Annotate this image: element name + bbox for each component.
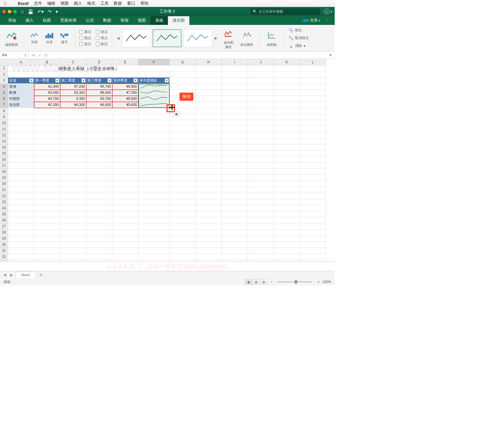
col-header-K[interactable]: K: [274, 59, 300, 65]
row-header-9[interactable]: 9: [0, 114, 8, 120]
col-header-J[interactable]: J: [248, 59, 274, 65]
sparkline-line-button[interactable]: 折线: [28, 32, 41, 44]
toolbar-overflow-icon[interactable]: ▾: [56, 9, 58, 14]
ribbon-collapse-icon[interactable]: ˆ: [324, 17, 331, 25]
table-header[interactable]: 第四季度▼: [112, 78, 138, 84]
chk-first[interactable]: 首点: [96, 30, 108, 34]
tab-view[interactable]: 视图: [133, 16, 151, 25]
row-header-20[interactable]: 20: [0, 181, 8, 187]
undo-icon[interactable]: ↶▾: [38, 9, 44, 14]
spreadsheet-grid[interactable]: ABCDEFGHIJKL 123456789101112131415161718…: [0, 59, 335, 262]
formula-expand-icon[interactable]: ▼: [326, 53, 335, 57]
zoom-level[interactable]: 100%: [322, 280, 331, 284]
row-header-3[interactable]: 3: [0, 78, 8, 84]
sparkline-cell[interactable]: [138, 90, 170, 96]
filter-icon[interactable]: ▼: [133, 78, 138, 82]
tab-home[interactable]: 开始: [3, 16, 21, 25]
row-header-28[interactable]: 28: [0, 229, 8, 236]
col-header-L[interactable]: L: [300, 59, 326, 65]
row-header-14[interactable]: 14: [0, 144, 8, 150]
user-account-icon[interactable]: ☺: [324, 9, 330, 14]
redo-icon[interactable]: ↷: [48, 9, 52, 14]
user-dropdown-icon[interactable]: ▾: [331, 10, 332, 13]
filter-icon[interactable]: ▼: [29, 78, 33, 82]
data-cell[interactable]: 9,300: [60, 96, 86, 102]
menu-window[interactable]: 窗口: [127, 1, 135, 6]
tab-review[interactable]: 审阅: [116, 16, 133, 25]
view-break-icon[interactable]: ▤: [260, 279, 267, 284]
row-header-24[interactable]: 24: [0, 205, 8, 211]
row-header-30[interactable]: 30: [0, 242, 8, 248]
add-sheet-button[interactable]: +: [38, 272, 44, 278]
table-header[interactable]: 区域▼: [8, 78, 34, 84]
sparkline-cell[interactable]: [138, 102, 170, 108]
zoom-slider[interactable]: [277, 281, 312, 282]
menu-insert[interactable]: 插入: [74, 1, 82, 6]
fx-icon[interactable]: fx: [45, 53, 47, 58]
row-header-7[interactable]: 7: [0, 102, 8, 108]
filter-icon[interactable]: ▼: [165, 78, 169, 82]
row-header-32[interactable]: 32: [0, 254, 8, 260]
sheet-nav-prev-icon[interactable]: ◀: [2, 273, 7, 277]
row-header-16[interactable]: 16: [0, 157, 8, 163]
data-cell[interactable]: ¥9,400: [86, 90, 112, 96]
row-header-29[interactable]: 29: [0, 236, 8, 242]
tab-sparkline[interactable]: 迷你图: [168, 16, 189, 25]
data-cell[interactable]: ¥5,600: [112, 102, 138, 108]
menu-view[interactable]: 视图: [61, 1, 69, 6]
zoom-in-button[interactable]: +: [317, 280, 319, 284]
row-header-5[interactable]: 5: [0, 90, 8, 96]
table-header[interactable]: 第一季度▼: [34, 78, 60, 84]
chk-high[interactable]: 高点: [79, 30, 91, 34]
close-button[interactable]: [2, 10, 6, 13]
row-header-17[interactable]: 17: [0, 163, 8, 169]
region-cell[interactable]: 亚洲: [8, 84, 34, 90]
data-cell[interactable]: ¥2,300: [34, 102, 60, 108]
menu-help[interactable]: 帮助: [140, 1, 149, 6]
sparkline-cell[interactable]: [138, 84, 170, 90]
tab-insert[interactable]: 插入: [21, 16, 38, 25]
home-icon[interactable]: ⌂: [21, 9, 24, 14]
row-header-4[interactable]: 4: [0, 84, 8, 90]
chk-markers[interactable]: 标记: [96, 42, 108, 47]
edit-data-button[interactable]: 编辑数据: [3, 29, 20, 47]
row-header-13[interactable]: 13: [0, 138, 8, 144]
menu-data[interactable]: 数据: [114, 1, 122, 6]
row-header-2[interactable]: 2: [0, 71, 8, 78]
sheet-nav-next-icon[interactable]: ▶: [9, 273, 14, 277]
data-cell[interactable]: ¥1,400: [34, 84, 60, 90]
col-header-E[interactable]: E: [112, 59, 138, 65]
data-cell[interactable]: ¥7,300: [112, 90, 138, 96]
row-header-6[interactable]: 6: [0, 96, 8, 102]
region-cell[interactable]: 东北部: [8, 102, 34, 108]
col-header-H[interactable]: H: [196, 59, 222, 65]
autofill-options-icon[interactable]: ▦: [174, 112, 179, 116]
data-cell[interactable]: ¥4,700: [34, 96, 60, 102]
sparkline-column-button[interactable]: 柱形: [43, 32, 56, 44]
sparkline-cell[interactable]: [138, 96, 170, 102]
region-cell[interactable]: 欧洲: [8, 90, 34, 96]
sheet-tab[interactable]: Sheet1: [16, 272, 36, 278]
col-header-B[interactable]: B: [34, 59, 60, 65]
table-header[interactable]: 本年度绩效▼: [138, 78, 170, 84]
data-cell[interactable]: ¥7,200: [60, 84, 86, 90]
menu-edit[interactable]: 编辑: [47, 1, 55, 6]
clear-button[interactable]: 清除 ▾: [288, 43, 310, 49]
row-header-33[interactable]: 33: [0, 260, 8, 262]
data-cell[interactable]: ¥2,300: [60, 90, 86, 96]
row-header-22[interactable]: 22: [0, 193, 8, 199]
zoom-button[interactable]: [13, 10, 17, 13]
style-2[interactable]: [153, 29, 182, 47]
data-cell[interactable]: ¥5,700: [86, 84, 112, 90]
gallery-prev-icon[interactable]: ◀: [116, 31, 120, 45]
row-header-19[interactable]: 19: [0, 175, 8, 181]
filter-icon[interactable]: ▼: [107, 78, 111, 82]
tab-layout[interactable]: 页面布局: [56, 16, 81, 25]
filter-icon[interactable]: ▼: [81, 78, 85, 82]
cancel-icon[interactable]: ✕: [32, 53, 35, 58]
group-button[interactable]: 组合: [288, 27, 310, 33]
chk-neg[interactable]: 负点: [79, 42, 91, 47]
menu-file[interactable]: 文件: [34, 1, 42, 6]
col-header-D[interactable]: D: [86, 59, 112, 65]
marker-color-button[interactable]: 标记颜色: [239, 29, 255, 47]
